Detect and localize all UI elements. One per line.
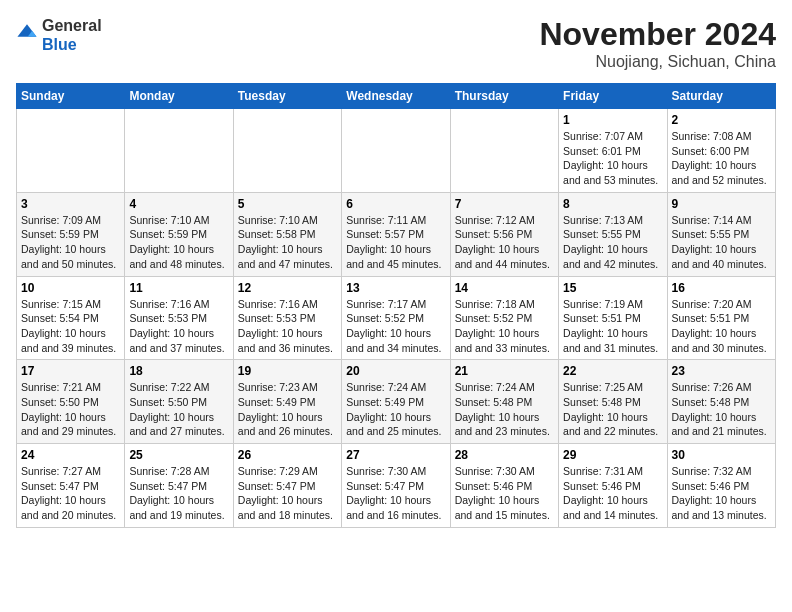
day-info: Sunrise: 7:14 AMSunset: 5:55 PMDaylight:… <box>672 213 771 272</box>
calendar-header: SundayMondayTuesdayWednesdayThursdayFrid… <box>17 84 776 109</box>
calendar-cell: 27Sunrise: 7:30 AMSunset: 5:47 PMDayligh… <box>342 444 450 528</box>
day-info: Sunrise: 7:09 AMSunset: 5:59 PMDaylight:… <box>21 213 120 272</box>
day-number: 7 <box>455 197 554 211</box>
day-number: 8 <box>563 197 662 211</box>
calendar-cell <box>17 109 125 193</box>
day-info: Sunrise: 7:24 AMSunset: 5:48 PMDaylight:… <box>455 380 554 439</box>
calendar-cell: 6Sunrise: 7:11 AMSunset: 5:57 PMDaylight… <box>342 192 450 276</box>
calendar-cell: 4Sunrise: 7:10 AMSunset: 5:59 PMDaylight… <box>125 192 233 276</box>
day-number: 16 <box>672 281 771 295</box>
weekday-header-monday: Monday <box>125 84 233 109</box>
calendar-cell: 13Sunrise: 7:17 AMSunset: 5:52 PMDayligh… <box>342 276 450 360</box>
location: Nuojiang, Sichuan, China <box>539 53 776 71</box>
day-info: Sunrise: 7:26 AMSunset: 5:48 PMDaylight:… <box>672 380 771 439</box>
day-info: Sunrise: 7:11 AMSunset: 5:57 PMDaylight:… <box>346 213 445 272</box>
calendar-cell: 20Sunrise: 7:24 AMSunset: 5:49 PMDayligh… <box>342 360 450 444</box>
month-title: November 2024 <box>539 16 776 53</box>
day-number: 17 <box>21 364 120 378</box>
day-info: Sunrise: 7:13 AMSunset: 5:55 PMDaylight:… <box>563 213 662 272</box>
day-info: Sunrise: 7:20 AMSunset: 5:51 PMDaylight:… <box>672 297 771 356</box>
day-info: Sunrise: 7:23 AMSunset: 5:49 PMDaylight:… <box>238 380 337 439</box>
day-info: Sunrise: 7:16 AMSunset: 5:53 PMDaylight:… <box>238 297 337 356</box>
calendar-cell: 15Sunrise: 7:19 AMSunset: 5:51 PMDayligh… <box>559 276 667 360</box>
day-info: Sunrise: 7:08 AMSunset: 6:00 PMDaylight:… <box>672 129 771 188</box>
title-block: November 2024 Nuojiang, Sichuan, China <box>539 16 776 71</box>
day-info: Sunrise: 7:21 AMSunset: 5:50 PMDaylight:… <box>21 380 120 439</box>
calendar-cell: 11Sunrise: 7:16 AMSunset: 5:53 PMDayligh… <box>125 276 233 360</box>
calendar-cell: 29Sunrise: 7:31 AMSunset: 5:46 PMDayligh… <box>559 444 667 528</box>
day-number: 3 <box>21 197 120 211</box>
calendar-cell: 17Sunrise: 7:21 AMSunset: 5:50 PMDayligh… <box>17 360 125 444</box>
day-number: 20 <box>346 364 445 378</box>
day-number: 2 <box>672 113 771 127</box>
day-info: Sunrise: 7:12 AMSunset: 5:56 PMDaylight:… <box>455 213 554 272</box>
day-info: Sunrise: 7:07 AMSunset: 6:01 PMDaylight:… <box>563 129 662 188</box>
day-number: 22 <box>563 364 662 378</box>
calendar-cell: 10Sunrise: 7:15 AMSunset: 5:54 PMDayligh… <box>17 276 125 360</box>
day-number: 26 <box>238 448 337 462</box>
day-number: 13 <box>346 281 445 295</box>
day-info: Sunrise: 7:17 AMSunset: 5:52 PMDaylight:… <box>346 297 445 356</box>
calendar-cell: 5Sunrise: 7:10 AMSunset: 5:58 PMDaylight… <box>233 192 341 276</box>
calendar-cell: 30Sunrise: 7:32 AMSunset: 5:46 PMDayligh… <box>667 444 775 528</box>
day-number: 10 <box>21 281 120 295</box>
calendar-cell: 14Sunrise: 7:18 AMSunset: 5:52 PMDayligh… <box>450 276 558 360</box>
calendar-cell: 16Sunrise: 7:20 AMSunset: 5:51 PMDayligh… <box>667 276 775 360</box>
day-info: Sunrise: 7:10 AMSunset: 5:58 PMDaylight:… <box>238 213 337 272</box>
calendar-row-3: 17Sunrise: 7:21 AMSunset: 5:50 PMDayligh… <box>17 360 776 444</box>
calendar-cell <box>342 109 450 193</box>
weekday-header-tuesday: Tuesday <box>233 84 341 109</box>
calendar-cell <box>233 109 341 193</box>
calendar-cell: 18Sunrise: 7:22 AMSunset: 5:50 PMDayligh… <box>125 360 233 444</box>
day-number: 5 <box>238 197 337 211</box>
day-number: 27 <box>346 448 445 462</box>
calendar-row-1: 3Sunrise: 7:09 AMSunset: 5:59 PMDaylight… <box>17 192 776 276</box>
calendar-cell: 23Sunrise: 7:26 AMSunset: 5:48 PMDayligh… <box>667 360 775 444</box>
logo-icon <box>16 22 38 44</box>
day-number: 28 <box>455 448 554 462</box>
day-info: Sunrise: 7:25 AMSunset: 5:48 PMDaylight:… <box>563 380 662 439</box>
day-number: 9 <box>672 197 771 211</box>
day-info: Sunrise: 7:15 AMSunset: 5:54 PMDaylight:… <box>21 297 120 356</box>
day-number: 4 <box>129 197 228 211</box>
weekday-header-saturday: Saturday <box>667 84 775 109</box>
calendar-cell: 8Sunrise: 7:13 AMSunset: 5:55 PMDaylight… <box>559 192 667 276</box>
day-info: Sunrise: 7:27 AMSunset: 5:47 PMDaylight:… <box>21 464 120 523</box>
logo: General Blue <box>16 16 102 54</box>
calendar-cell: 19Sunrise: 7:23 AMSunset: 5:49 PMDayligh… <box>233 360 341 444</box>
day-number: 25 <box>129 448 228 462</box>
calendar-cell <box>125 109 233 193</box>
day-number: 6 <box>346 197 445 211</box>
day-number: 1 <box>563 113 662 127</box>
day-info: Sunrise: 7:19 AMSunset: 5:51 PMDaylight:… <box>563 297 662 356</box>
day-number: 23 <box>672 364 771 378</box>
day-number: 29 <box>563 448 662 462</box>
calendar-cell: 28Sunrise: 7:30 AMSunset: 5:46 PMDayligh… <box>450 444 558 528</box>
calendar-row-0: 1Sunrise: 7:07 AMSunset: 6:01 PMDaylight… <box>17 109 776 193</box>
calendar-cell: 9Sunrise: 7:14 AMSunset: 5:55 PMDaylight… <box>667 192 775 276</box>
logo-blue-text: Blue <box>42 35 102 54</box>
day-number: 19 <box>238 364 337 378</box>
day-info: Sunrise: 7:18 AMSunset: 5:52 PMDaylight:… <box>455 297 554 356</box>
day-info: Sunrise: 7:24 AMSunset: 5:49 PMDaylight:… <box>346 380 445 439</box>
calendar-cell: 24Sunrise: 7:27 AMSunset: 5:47 PMDayligh… <box>17 444 125 528</box>
logo-general-text: General <box>42 16 102 35</box>
day-number: 15 <box>563 281 662 295</box>
calendar-row-4: 24Sunrise: 7:27 AMSunset: 5:47 PMDayligh… <box>17 444 776 528</box>
day-info: Sunrise: 7:30 AMSunset: 5:46 PMDaylight:… <box>455 464 554 523</box>
weekday-header-friday: Friday <box>559 84 667 109</box>
page-header: General Blue November 2024 Nuojiang, Sic… <box>16 16 776 71</box>
calendar-cell: 2Sunrise: 7:08 AMSunset: 6:00 PMDaylight… <box>667 109 775 193</box>
calendar-table: SundayMondayTuesdayWednesdayThursdayFrid… <box>16 83 776 528</box>
calendar-cell: 1Sunrise: 7:07 AMSunset: 6:01 PMDaylight… <box>559 109 667 193</box>
day-info: Sunrise: 7:16 AMSunset: 5:53 PMDaylight:… <box>129 297 228 356</box>
calendar-row-2: 10Sunrise: 7:15 AMSunset: 5:54 PMDayligh… <box>17 276 776 360</box>
day-info: Sunrise: 7:28 AMSunset: 5:47 PMDaylight:… <box>129 464 228 523</box>
weekday-header-wednesday: Wednesday <box>342 84 450 109</box>
day-info: Sunrise: 7:22 AMSunset: 5:50 PMDaylight:… <box>129 380 228 439</box>
day-info: Sunrise: 7:32 AMSunset: 5:46 PMDaylight:… <box>672 464 771 523</box>
calendar-cell: 25Sunrise: 7:28 AMSunset: 5:47 PMDayligh… <box>125 444 233 528</box>
calendar-cell <box>450 109 558 193</box>
calendar-cell: 22Sunrise: 7:25 AMSunset: 5:48 PMDayligh… <box>559 360 667 444</box>
weekday-header-thursday: Thursday <box>450 84 558 109</box>
